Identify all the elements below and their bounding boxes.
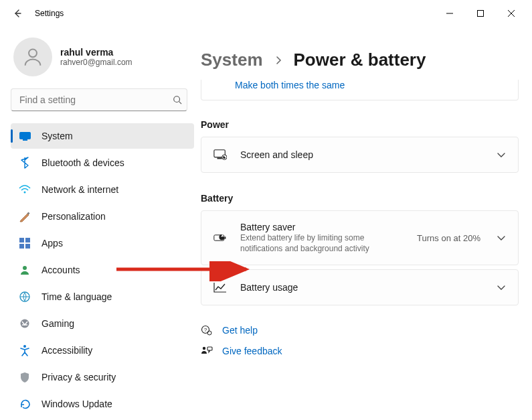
screen-sleep-icon	[213, 148, 227, 161]
nav-item-update[interactable]: Windows Update	[11, 391, 194, 417]
card-title: Battery usage	[240, 282, 483, 293]
close-icon	[508, 10, 515, 17]
svg-rect-8	[19, 132, 30, 139]
svg-point-21	[23, 345, 26, 348]
nav-label: Personalization	[41, 211, 106, 222]
person-icon	[21, 46, 44, 68]
apps-icon	[19, 237, 31, 249]
avatar	[13, 38, 52, 76]
nav-label: Accounts	[41, 265, 80, 275]
window-controls	[434, 3, 527, 24]
nav-label: Windows Update	[41, 399, 112, 409]
svg-point-5	[29, 49, 37, 57]
svg-rect-31	[207, 347, 212, 350]
battery-saver-icon	[213, 231, 227, 244]
close-button[interactable]	[496, 3, 527, 24]
card-battery-saver[interactable]: Battery saver Extend battery life by lim…	[201, 210, 519, 265]
accessibility-icon	[19, 344, 31, 356]
svg-point-19	[21, 320, 29, 328]
get-help-link[interactable]: ? Get help	[201, 324, 519, 336]
nav-item-privacy[interactable]: Privacy & security	[11, 364, 194, 390]
sidebar: rahul verma rahver0@gmail.com System Blu…	[0, 27, 201, 420]
nav-item-personalization[interactable]: Personalization	[11, 204, 194, 229]
info-banner: Make both times the same	[201, 80, 519, 100]
shield-icon	[19, 371, 31, 383]
section-title-power: Power	[201, 119, 519, 130]
clock-globe-icon	[19, 291, 31, 303]
nav-label: Apps	[41, 238, 63, 249]
nav-item-system[interactable]: System	[11, 123, 194, 149]
profile-email: rahver0@gmail.com	[60, 58, 132, 67]
chevron-down-icon	[497, 234, 506, 241]
svg-point-16	[23, 266, 27, 270]
nav-label: Bluetooth & devices	[41, 157, 124, 168]
card-screen-sleep[interactable]: Screen and sleep	[201, 137, 519, 173]
nav-label: Gaming	[41, 318, 74, 329]
nav-label: Time & language	[41, 291, 112, 302]
minimize-icon	[446, 10, 453, 17]
feedback-icon	[201, 346, 213, 356]
nav-item-apps[interactable]: Apps	[11, 230, 194, 256]
profile-name: rahul verma	[60, 47, 132, 58]
card-value: Turns on at 20%	[417, 233, 480, 243]
gaming-icon	[19, 318, 31, 330]
content-pane: System Power & battery Make both times t…	[201, 27, 532, 420]
titlebar: Settings	[0, 0, 532, 27]
minimize-button[interactable]	[434, 3, 465, 24]
search-input[interactable]	[11, 88, 187, 111]
section-title-battery: Battery	[201, 193, 519, 204]
nav-label: Privacy & security	[41, 372, 116, 382]
svg-line-7	[179, 102, 182, 104]
nav-item-network[interactable]: Network & internet	[11, 177, 194, 202]
breadcrumb-current: Power & battery	[294, 50, 426, 70]
card-title: Battery saver	[240, 222, 404, 232]
svg-point-29	[207, 331, 211, 335]
svg-rect-26	[225, 237, 226, 239]
svg-rect-23	[217, 158, 221, 159]
breadcrumb-parent[interactable]: System	[201, 50, 263, 70]
nav-label: Accessibility	[41, 345, 92, 356]
wifi-icon	[19, 184, 31, 196]
info-link[interactable]: Make both times the same	[235, 80, 345, 90]
card-title: Screen and sleep	[240, 149, 483, 160]
chevron-down-icon	[497, 151, 506, 158]
link-text: Get help	[222, 325, 258, 336]
nav-item-time[interactable]: Time & language	[11, 284, 194, 309]
svg-point-10	[24, 192, 26, 194]
nav-item-gaming[interactable]: Gaming	[11, 311, 194, 336]
card-subtitle: Extend battery life by limiting some not…	[240, 232, 387, 254]
nav-item-bluetooth[interactable]: Bluetooth & devices	[11, 150, 194, 176]
nav-item-accounts[interactable]: Accounts	[11, 257, 194, 283]
svg-rect-2	[478, 11, 484, 17]
help-icon: ?	[201, 324, 213, 336]
maximize-icon	[477, 10, 484, 17]
back-button[interactable]	[5, 1, 29, 25]
maximize-button[interactable]	[465, 3, 496, 24]
chevron-down-icon	[497, 284, 506, 291]
chevron-right-icon	[275, 56, 282, 65]
svg-rect-15	[25, 244, 30, 249]
search-wrap	[11, 88, 198, 111]
profile-block[interactable]: rahul verma rahver0@gmail.com	[11, 38, 198, 76]
window-title: Settings	[35, 9, 64, 18]
svg-rect-12	[19, 238, 24, 242]
svg-rect-9	[23, 139, 27, 141]
search-icon	[173, 95, 182, 104]
card-battery-usage[interactable]: Battery usage	[201, 269, 519, 305]
help-links: ? Get help Give feedback	[201, 324, 519, 356]
nav-item-accessibility[interactable]: Accessibility	[11, 338, 194, 363]
accounts-icon	[19, 264, 31, 276]
arrow-left-icon	[12, 8, 23, 19]
update-icon	[19, 398, 31, 410]
feedback-link[interactable]: Give feedback	[201, 346, 519, 356]
svg-point-6	[174, 96, 180, 102]
nav-label: System	[41, 131, 73, 141]
paintbrush-icon	[19, 210, 31, 222]
link-text: Give feedback	[222, 346, 282, 356]
svg-text:?: ?	[204, 327, 207, 333]
display-icon	[19, 130, 31, 142]
breadcrumb: System Power & battery	[201, 50, 519, 70]
svg-point-30	[203, 347, 205, 350]
svg-rect-14	[19, 244, 24, 249]
svg-rect-13	[25, 238, 30, 242]
